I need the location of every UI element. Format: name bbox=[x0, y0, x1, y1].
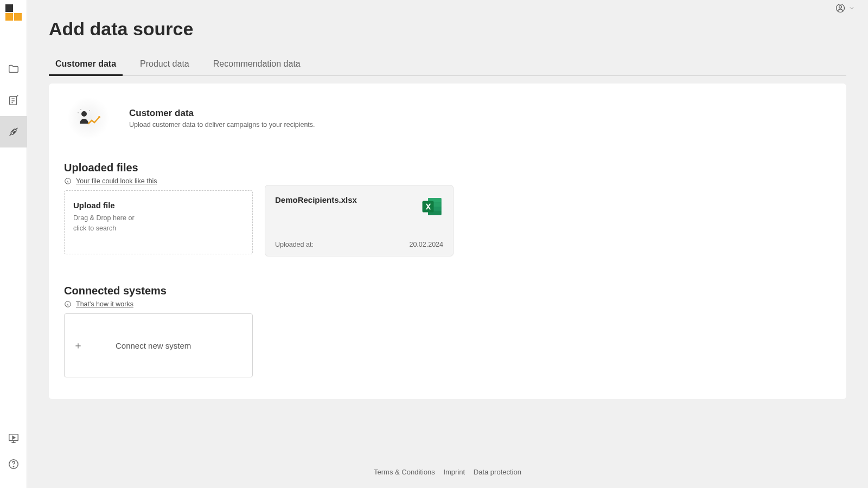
page: Add data source Customer data Product da… bbox=[27, 0, 868, 488]
connected-systems-hint-link[interactable]: That's how it works bbox=[76, 300, 133, 308]
tab-recommendation-data[interactable]: Recommendation data bbox=[213, 59, 301, 75]
sidebar-bottom bbox=[0, 425, 27, 477]
file-name: DemoRecipients.xlsx bbox=[275, 195, 357, 204]
user-menu[interactable] bbox=[835, 3, 855, 13]
uploaded-at-value: 20.02.2024 bbox=[409, 241, 443, 248]
monitor-play-icon bbox=[8, 432, 20, 444]
checklist-icon bbox=[8, 94, 20, 106]
app-logo[interactable] bbox=[5, 4, 22, 21]
customer-data-header: Customer data Upload customer data to de… bbox=[64, 97, 831, 140]
excel-icon bbox=[420, 195, 443, 218]
customer-data-icon bbox=[64, 97, 113, 140]
plus-icon: ＋ bbox=[73, 339, 83, 352]
uploaded-files-row: Upload file Drag & Drop here or click to… bbox=[64, 190, 831, 256]
footer-data-protection[interactable]: Data protection bbox=[474, 468, 521, 476]
page-title: Add data source bbox=[49, 18, 846, 40]
folder-icon bbox=[8, 63, 20, 75]
info-icon bbox=[64, 300, 72, 308]
tab-product-data[interactable]: Product data bbox=[140, 59, 189, 75]
user-icon bbox=[835, 3, 845, 13]
uploaded-file-card[interactable]: DemoRecipients.xlsx Uploaded at: bbox=[265, 185, 454, 256]
plug-icon bbox=[8, 126, 20, 138]
tabs: Customer data Product data Recommendatio… bbox=[49, 59, 846, 76]
footer: Terms & Conditions Imprint Data protecti… bbox=[49, 457, 846, 488]
customer-data-title: Customer data bbox=[129, 108, 315, 119]
footer-terms[interactable]: Terms & Conditions bbox=[374, 468, 435, 476]
tab-customer-data[interactable]: Customer data bbox=[55, 59, 116, 75]
sidebar-item-checklist[interactable] bbox=[0, 85, 27, 116]
chevron-down-icon bbox=[848, 5, 855, 11]
upload-file-line2: click to search bbox=[73, 223, 244, 234]
sidebar-item-help[interactable] bbox=[0, 451, 27, 477]
sidebar-item-monitor[interactable] bbox=[0, 425, 27, 451]
uploaded-files-title: Uploaded files bbox=[64, 162, 831, 174]
sidebar bbox=[0, 0, 27, 488]
sidebar-item-datasource[interactable] bbox=[0, 116, 27, 147]
uploaded-files-hint: Your file could look like this bbox=[64, 177, 831, 185]
connect-new-system-label: Connect new system bbox=[116, 341, 191, 350]
upload-file-title: Upload file bbox=[73, 201, 244, 210]
footer-imprint[interactable]: Imprint bbox=[443, 468, 465, 476]
connected-systems-hint: That's how it works bbox=[64, 300, 831, 308]
sidebar-nav bbox=[0, 53, 27, 425]
svg-point-3 bbox=[13, 466, 14, 467]
uploaded-at-label: Uploaded at: bbox=[275, 241, 314, 248]
upload-file-card[interactable]: Upload file Drag & Drop here or click to… bbox=[64, 190, 253, 254]
upload-file-line1: Drag & Drop here or bbox=[73, 213, 244, 223]
content-panel: Customer data Upload customer data to de… bbox=[49, 84, 846, 399]
uploaded-files-hint-link[interactable]: Your file could look like this bbox=[76, 177, 157, 185]
sidebar-item-folder[interactable] bbox=[0, 53, 27, 85]
connect-new-system-card[interactable]: ＋ Connect new system bbox=[64, 313, 253, 377]
connected-systems-title: Connected systems bbox=[64, 285, 831, 297]
svg-point-5 bbox=[839, 5, 842, 8]
customer-data-subtitle: Upload customer data to deliver campaign… bbox=[129, 121, 315, 129]
main: Add data source Customer data Product da… bbox=[27, 0, 868, 488]
help-icon bbox=[8, 458, 20, 470]
info-icon bbox=[64, 177, 72, 185]
